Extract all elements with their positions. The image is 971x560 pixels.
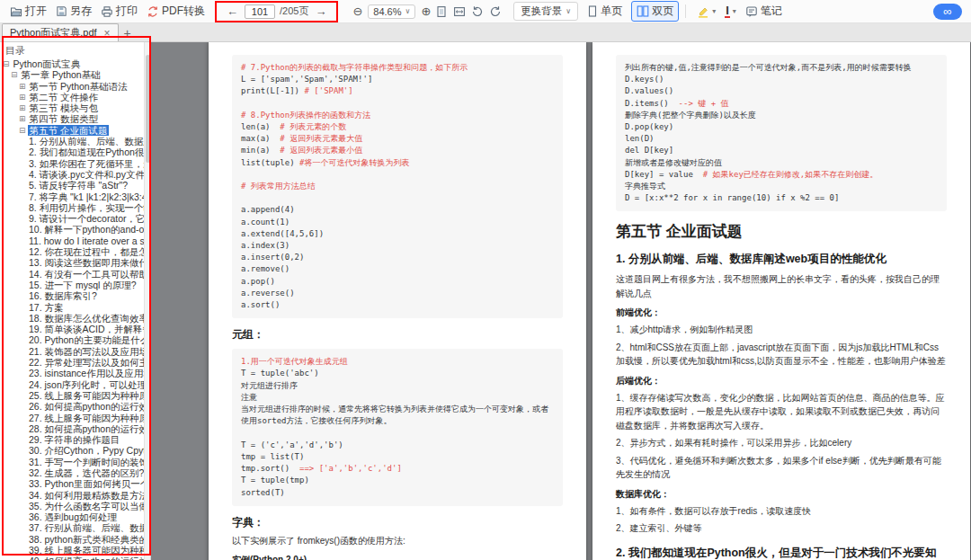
toc-item[interactable]: 12. 你在现在过程中，都是怎么调试的 — [0, 246, 144, 257]
note-button[interactable]: 笔记 — [741, 2, 787, 21]
fit-width-button[interactable] — [450, 4, 468, 19]
toc-item[interactable]: ⊟第一章 Python基础 — [0, 69, 144, 80]
toc-item[interactable]: 3. 如果你困在了死循环里，怎么打破它? — [0, 158, 144, 169]
toc-item-label: 2. 我们都知道现在Python很火，但是对于一门技术 — [27, 147, 144, 157]
toc-item[interactable]: 26. 如何提高python的运行效率 — [0, 401, 144, 412]
highlighter-button[interactable]: ▾ — [692, 4, 720, 20]
toc-item[interactable]: 20. Python的主要功能是什么? — [0, 334, 144, 345]
toc-item-label: 第一节 Python基础语法 — [28, 81, 129, 92]
toc-item[interactable]: 5. 请反转字符串 "aStr"? — [0, 180, 144, 191]
toc-item[interactable]: 14. 有没有一个工具可以帮助查找bug — [0, 269, 144, 280]
toc-item[interactable]: 15. 进一下 mysql 的原理? — [0, 280, 144, 290]
toc-item-label: 21. 装饰器的写法以及应用场景 — [27, 346, 144, 357]
change-background-dropdown[interactable]: 更换背景 ∨ — [513, 2, 578, 21]
toc-item-label: 22. 异常处理写法以及如何主动抛出异常 — [27, 357, 144, 368]
font-color-button[interactable]: I ▾ — [720, 3, 741, 20]
open-button[interactable]: 打开 — [5, 2, 51, 21]
toc-item[interactable]: 34. 如何利用最精炼数是方法? — [0, 490, 144, 501]
toc-item[interactable]: 4. 请谈谈.pyc文件和.py文件的区别 — [0, 169, 144, 180]
toc-item[interactable]: 39. 线上服务器可能因为种种原因 — [0, 545, 144, 556]
collapse-icon[interactable]: ⊟ — [11, 69, 18, 80]
fit-page-button[interactable] — [432, 4, 450, 19]
toc-item[interactable]: 27. 线上服务可能因为种种原因导致挂掉 — [0, 413, 144, 423]
toc-item[interactable]: 32. 生成器，迭代器的区别? — [0, 467, 144, 478]
toc-item[interactable]: 21. 装饰器的写法以及应用场景 — [0, 346, 144, 357]
toc-item[interactable]: 33. Python里面如何拷贝一个对象 — [0, 478, 144, 489]
toc-item[interactable]: 30. 介绍Cython，Pypy Cpython的区别 — [0, 445, 144, 456]
toc-item[interactable]: 29. 字符串的操作题目 — [0, 434, 144, 445]
toc-item[interactable]: 24. json序列化时，可以处理的数据类型 — [0, 379, 144, 390]
collapse-icon[interactable]: ⊟ — [3, 58, 10, 69]
expand-icon[interactable]: ⊞ — [19, 92, 26, 102]
rotate-left-button[interactable] — [468, 4, 486, 19]
fit-width-icon — [453, 5, 466, 18]
toc-item[interactable]: 37. 行别从前端、后端、数据库阐述 — [0, 522, 144, 533]
toc-item[interactable]: 25. 线上服务可能因为种种原因导致挂掉 — [0, 390, 144, 401]
toc-item[interactable]: ⊟第五节 企业面试题 — [0, 125, 144, 136]
toc-item[interactable]: ⊟Python面试宝典 — [0, 58, 144, 69]
paragraph: 1、减少http请求，例如制作精灵图 — [616, 323, 947, 337]
pdf-convert-button[interactable]: PDF转换 — [142, 2, 209, 21]
print-button[interactable]: 打印 — [96, 2, 142, 21]
code-line: T = tuple(tmp) — [241, 475, 554, 486]
toc-item-label: 19. 简单谈谈ACID，并解释每一个特性 — [27, 324, 144, 334]
code-line: L = ['spam','Spam','SPAM!'] — [241, 74, 554, 85]
tab-close-icon[interactable]: × — [104, 27, 111, 40]
toc-item[interactable]: 38. python新式类和经典类的区别 — [0, 534, 144, 545]
new-tab-button[interactable]: + — [119, 24, 137, 41]
app-badge-button[interactable]: ∞ — [933, 4, 962, 20]
paragraph: 1、如有条件，数据可以存放于redis，读取速度快 — [616, 504, 947, 519]
next-page-button[interactable]: → — [313, 5, 328, 17]
single-page-button[interactable]: 单页 — [582, 1, 628, 22]
page-number-input[interactable] — [245, 4, 275, 19]
toc-item[interactable]: 40. 如何提高python的运行效率 — [0, 556, 144, 560]
code-line: a.insert(0,2) — [241, 252, 554, 263]
zoom-out-button[interactable]: ⊖ — [351, 5, 364, 17]
sub-heading: 字典： — [232, 515, 563, 530]
previous-page-button[interactable]: ← — [225, 5, 240, 17]
toc-item[interactable]: 31. 手写一个判断时间的装饰器 — [0, 457, 144, 467]
toc-item[interactable]: 10. 解释一下python的and-or语法 — [0, 224, 144, 235]
save-as-button[interactable]: 另存 — [51, 2, 96, 21]
sidebar-scrollbar[interactable] — [144, 42, 151, 560]
toc-item[interactable]: 11. how do I iterate over a sequence — [0, 236, 144, 246]
toc-item[interactable]: ⊞第一节 Python基础语法 — [0, 81, 144, 92]
bold-label: 实例(Python 2.0+) — [232, 554, 563, 560]
zoom-level-dropdown[interactable]: 84.6% ∨ — [368, 4, 415, 19]
pdf-page-right: 列出所有的键,值,注意得到的是一个可迭代对象,而不是列表,用的时候需要转换D.k… — [592, 42, 970, 560]
toc-item-label: 第五节 企业面试题 — [28, 125, 110, 136]
toc-item[interactable]: 35. 为什么函数名字可以当做参数使用 — [0, 501, 144, 511]
code-line: a.append(4) — [241, 204, 554, 216]
toc-item[interactable]: 28. 如何提高python的运行效率 — [0, 423, 144, 434]
toc-item[interactable]: 18. 数据库怎么优化查询效率? — [0, 313, 144, 324]
toc-item[interactable]: ⊞第四节 数据类型 — [0, 113, 144, 124]
toc-item[interactable]: 22. 异常处理写法以及如何主动抛出异常 — [0, 357, 144, 368]
double-page-button[interactable]: 双页 — [631, 1, 679, 22]
sidebar-scrollbar-thumb[interactable] — [146, 55, 150, 163]
toc-item[interactable]: ⊞第三节 模块与包 — [0, 102, 144, 113]
rotate-right-button[interactable] — [486, 4, 504, 19]
toc-item[interactable]: 2. 我们都知道现在Python很火，但是对于一门技术 — [0, 147, 144, 157]
toc-item[interactable]: 13. 阅读这些数据即用来做什么的 — [0, 257, 144, 268]
toc-item[interactable]: 23. isinstance作用以及应用场景 — [0, 368, 144, 378]
toc-item[interactable]: 9. 请设计一个decorator，它可作用于任何函数 — [0, 213, 144, 224]
code-line: a.extend([4,5,6]) — [241, 228, 554, 240]
expand-icon[interactable]: ⊞ — [19, 113, 26, 124]
toc-item[interactable]: ⊞第二节 文件操作 — [0, 92, 144, 102]
toc-item[interactable]: 8. 利用切片操作，实现一个trim()函数 — [0, 202, 144, 213]
code-line: list(tuple) #将一个可迭代对象转换为列表 — [241, 157, 554, 169]
toc-item[interactable]: 19. 简单谈谈ACID，并解释每一个特性 — [0, 324, 144, 334]
expand-icon[interactable]: ⊞ — [19, 102, 26, 113]
toc-item-label: 24. json序列化时，可以处理的数据类型 — [27, 379, 144, 390]
toc-tree: ⊟Python面试宝典⊟第一章 Python基础⊞第一节 Python基础语法⊞… — [0, 58, 144, 560]
toc-item[interactable]: 36. 遇到bug如何处理 — [0, 511, 144, 522]
collapse-icon[interactable]: ⊟ — [19, 125, 26, 136]
single-page-label: 单页 — [601, 4, 622, 19]
expand-icon[interactable]: ⊞ — [19, 81, 26, 92]
toc-item[interactable]: 7. 将字典 "k1 |k1:2|k2:3|k3:4" 处理 — [0, 191, 144, 202]
toc-item[interactable]: 16. 数据库索引? — [0, 290, 144, 301]
document-tab[interactable]: Python面试宝典.pdf × — [2, 23, 119, 41]
toc-item[interactable]: 1. 分别从前端、后端、数据库阐述web项目的性能优化 — [0, 136, 144, 147]
toc-item[interactable]: 17. 方案 — [0, 302, 144, 313]
zoom-in-button[interactable]: ⊕ — [419, 5, 432, 17]
